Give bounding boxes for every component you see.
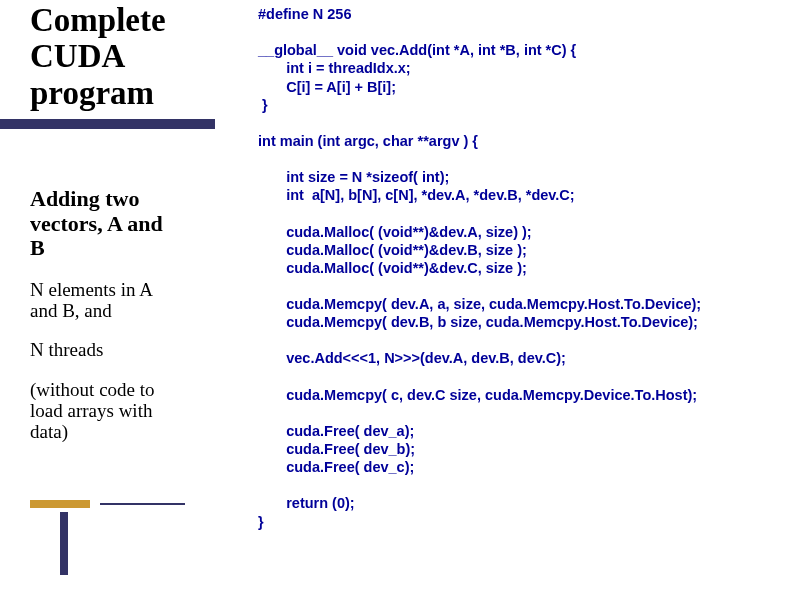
code-line: cuda.Malloc( (void**)&dev.C, size ); — [258, 260, 527, 276]
subhead-line-2: vectors, A and — [30, 211, 163, 236]
paragraph-3: (without code to load arrays with data) — [30, 379, 240, 443]
code-block: #define N 256 __global__ void vec.Add(in… — [258, 5, 788, 531]
p3-line-2: load arrays with — [30, 400, 152, 421]
subheading: Adding two vectors, A and B — [30, 187, 240, 261]
code-line: __global__ void vec.Add(int *A, int *B, … — [258, 42, 576, 58]
title-line-2: CUDA — [30, 38, 125, 74]
thin-line-icon — [100, 503, 185, 505]
code-line: cuda.Memcpy( dev.A, a, size, cuda.Memcpy… — [258, 296, 701, 312]
code-line: int i = threadIdx.x; — [258, 60, 411, 76]
code-line: #define N 256 — [258, 6, 352, 22]
code-line: cuda.Memcpy( dev.B, b size, cuda.Memcpy.… — [258, 314, 698, 330]
code-line: cuda.Memcpy( c, dev.C size, cuda.Memcpy.… — [258, 387, 697, 403]
title-line-1: Complete — [30, 2, 166, 38]
paragraph-2: N threads — [30, 339, 240, 360]
subhead-line-1: Adding two — [30, 186, 139, 211]
title-underline — [0, 119, 215, 129]
code-line: } — [258, 97, 268, 113]
p2-text: N threads — [30, 339, 103, 360]
title-line-3: program — [30, 75, 154, 111]
vertical-bar-icon — [60, 512, 68, 575]
code-line: cuda.Free( dev_b); — [258, 441, 415, 457]
paragraph-1: N elements in A and B, and — [30, 279, 240, 322]
code-line: vec.Add<<<1, N>>>(dev.A, dev.B, dev.C); — [258, 350, 566, 366]
p3-line-3: data) — [30, 421, 68, 442]
code-line: C[i] = A[i] + B[i]; — [258, 79, 396, 95]
p1-line-1: N elements in A — [30, 279, 153, 300]
subhead-line-3: B — [30, 235, 45, 260]
p1-line-2: and B, and — [30, 300, 112, 321]
code-line: cuda.Free( dev_c); — [258, 459, 414, 475]
code-line: cuda.Malloc( (void**)&dev.B, size ); — [258, 242, 527, 258]
code-line: } — [258, 514, 264, 530]
code-line: return (0); — [258, 495, 355, 511]
code-line: cuda.Free( dev_a); — [258, 423, 414, 439]
left-column: Complete CUDA program Adding two vectors… — [30, 2, 240, 442]
code-line: int main (int argc, char **argv ) { — [258, 133, 478, 149]
gold-bar-icon — [30, 500, 90, 508]
p3-line-1: (without code to — [30, 379, 155, 400]
code-line: int a[N], b[N], c[N], *dev.A, *dev.B, *d… — [258, 187, 575, 203]
slide-title: Complete CUDA program — [30, 2, 240, 111]
code-line: int size = N *sizeof( int); — [258, 169, 449, 185]
code-line: cuda.Malloc( (void**)&dev.A, size) ); — [258, 224, 532, 240]
